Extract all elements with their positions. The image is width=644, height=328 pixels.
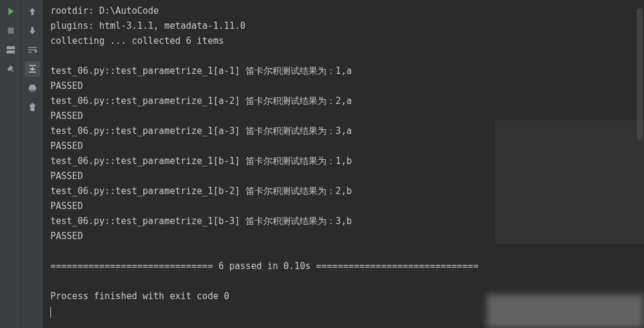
run-toolbar-primary (0, 0, 22, 328)
layout-icon (7, 46, 15, 53)
console-line: test_06.py::test_parametrize_1[a-1] 笛卡尔积… (50, 64, 644, 79)
svg-rect-0 (8, 28, 14, 34)
run-icon (7, 7, 15, 16)
console-line (50, 274, 644, 289)
run-toolbar-secondary (22, 0, 43, 328)
console-line (50, 49, 644, 64)
console-line: test_06.py::test_parametrize_1[a-2] 笛卡尔积… (50, 94, 644, 109)
svg-rect-3 (30, 85, 35, 87)
console-line: plugins: html-3.1.1, metadata-1.11.0 (50, 19, 644, 34)
scroll-to-end-button[interactable] (25, 61, 40, 77)
stop-icon (7, 27, 14, 34)
run-button[interactable] (3, 4, 19, 19)
soft-wrap-button[interactable] (25, 42, 40, 58)
svg-rect-6 (29, 105, 35, 106)
vertical-scrollbar[interactable] (637, 0, 643, 328)
scrollbar-thumb[interactable] (637, 8, 643, 141)
arrow-down-icon (29, 26, 36, 35)
redacted-watermark (487, 294, 644, 328)
step-up-button[interactable] (25, 4, 40, 19)
layout-button[interactable] (3, 42, 19, 58)
run-tool-window: rootdir: D:\AutoCodeplugins: html-3.1.1,… (0, 0, 644, 328)
console-line: rootdir: D:\AutoCode (50, 4, 644, 19)
console-line: ============================== 6 passed … (50, 259, 644, 274)
stop-button[interactable] (3, 23, 19, 38)
svg-rect-1 (7, 46, 15, 49)
console-line: PASSED (50, 79, 644, 94)
arrow-up-icon (29, 7, 36, 16)
console-line: collecting ... collected 6 items (50, 34, 644, 49)
print-button[interactable] (25, 80, 40, 96)
scroll-to-end-icon (28, 65, 37, 73)
trash-icon (29, 103, 36, 112)
svg-rect-2 (7, 50, 15, 53)
console-line (50, 244, 644, 259)
svg-rect-7 (31, 103, 34, 105)
soft-wrap-icon (28, 46, 37, 53)
console-panel: rootdir: D:\AutoCodeplugins: html-3.1.1,… (43, 0, 644, 328)
redacted-region (495, 120, 644, 244)
clear-button[interactable] (25, 100, 40, 115)
pin-button[interactable] (3, 61, 19, 77)
pin-icon (7, 65, 15, 73)
caret (50, 307, 51, 318)
print-icon (28, 84, 37, 93)
step-down-button[interactable] (25, 23, 40, 38)
svg-rect-5 (30, 90, 35, 92)
